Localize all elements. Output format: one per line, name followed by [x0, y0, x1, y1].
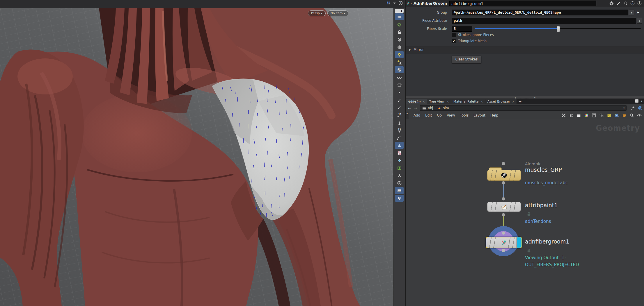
toolbar-point-number-icon[interactable]: 12 [395, 112, 404, 119]
node-input-dot[interactable] [502, 232, 505, 235]
node-name-label[interactable]: adnfibergroom1 [525, 238, 569, 245]
node-attribpaint1[interactable] [487, 202, 521, 212]
menu-help[interactable]: Help [490, 113, 498, 117]
toolbar-particle-diamond-icon[interactable] [395, 157, 404, 164]
info-icon[interactable]: i [630, 1, 635, 6]
camera-select-button[interactable]: No cam▾ [327, 10, 349, 16]
toolbar-smooth-shade-icon[interactable] [395, 66, 404, 73]
toolbar-vertex-marker-icon[interactable] [395, 104, 404, 111]
radial-menu-icon[interactable] [638, 106, 643, 110]
toolbar-point-marker-icon[interactable] [395, 89, 404, 96]
perspective-view-button[interactable]: Persp▾ [308, 10, 326, 16]
brush-icon[interactable] [616, 1, 621, 6]
toolbar-ghost-geometry-icon[interactable] [395, 81, 404, 88]
gallery-basket-icon[interactable] [622, 113, 627, 118]
subnet-boxes-icon[interactable] [599, 113, 604, 118]
toolbar-axis-icon[interactable] [395, 172, 404, 179]
node-name-label[interactable]: muscles_GRP [525, 167, 562, 173]
toolbar-snapshot-icon[interactable] [395, 187, 404, 194]
menu-tools[interactable]: Tools [460, 113, 469, 117]
toolbar-headlight-icon[interactable] [395, 59, 404, 66]
fibers-scale-input[interactable]: 5 [452, 26, 472, 32]
background-image-icon[interactable] [614, 113, 619, 118]
menu-layout[interactable]: Layout [473, 113, 485, 117]
breadcrumb-sim[interactable]: sim [443, 106, 449, 110]
new-tab-button[interactable]: + [517, 99, 523, 104]
toolbar-group-list-icon[interactable] [395, 180, 404, 187]
menu-go[interactable]: Go [437, 113, 442, 117]
layout-grid-icon[interactable] [592, 113, 596, 118]
node-output-dot[interactable] [502, 213, 505, 216]
back-button[interactable]: ← [408, 106, 411, 110]
toolbar-texture-checker-icon[interactable] [395, 149, 404, 156]
menu-edit[interactable]: Edit [425, 113, 432, 117]
menu-add[interactable]: Add [414, 113, 420, 117]
pin-pane-icon[interactable] [631, 106, 635, 110]
menubar-collapse-handle[interactable]: ▲ [406, 112, 409, 119]
list-icon[interactable] [576, 113, 581, 118]
path-breadcrumb-field[interactable]: obj › sim ▾ [420, 105, 627, 111]
node-output-dot[interactable] [502, 249, 505, 252]
toolbar-prim-normal-icon[interactable] [395, 119, 404, 126]
tab-close-icon[interactable]: × [480, 100, 483, 103]
pane-tab-asset-browser[interactable]: Asset Browser× [485, 99, 517, 104]
chevron-down-icon[interactable]: ▾ [623, 107, 625, 110]
tab-close-icon[interactable]: × [423, 100, 425, 103]
toolbar-material-sphere-icon[interactable] [395, 44, 404, 51]
maximize-pane-icon[interactable] [635, 99, 638, 103]
slider-handle[interactable] [557, 26, 560, 32]
divider-grip-icon[interactable] [520, 97, 530, 99]
piece-attribute-input[interactable]: path [452, 18, 636, 24]
search-icon[interactable] [623, 1, 628, 6]
toolbar-point-normal-icon[interactable] [395, 96, 404, 103]
gear-icon[interactable] [609, 1, 614, 6]
display-flag[interactable] [517, 237, 521, 248]
menu-view[interactable]: View [447, 113, 455, 117]
network-editor[interactable]: Geometry Alembic muscles_GRP muscles_mod… [406, 119, 644, 306]
breadcrumb-obj[interactable]: obj [428, 106, 433, 110]
chevron-down-icon[interactable] [392, 1, 397, 5]
strokes-ignore-pieces-checkbox[interactable] [452, 33, 456, 37]
forward-button[interactable]: → [414, 106, 417, 110]
tools-icon[interactable] [561, 113, 566, 118]
toolbar-prim-number-icon[interactable]: 12 [395, 127, 404, 134]
toolbar-camera-pin-icon[interactable] [395, 195, 404, 202]
group-pick-arrow-button[interactable]: ➤ [635, 10, 641, 15]
group-input[interactable]: @path=/muscles_GRP/L_deltoid_GEO/L_delto… [452, 10, 628, 15]
color-palette-icon[interactable] [584, 113, 589, 118]
piece-attribute-dropdown-button[interactable]: ▾ [637, 18, 642, 24]
toolbar-high-quality-light-icon[interactable] [395, 51, 404, 58]
node-input-dot[interactable] [502, 162, 505, 165]
toolbar-xray-icon[interactable] [395, 74, 404, 81]
tab-close-icon[interactable]: × [447, 100, 449, 103]
help-icon[interactable]: ? [637, 1, 642, 6]
pane-tab--obj-sim[interactable]: /obj/sim× [406, 99, 427, 104]
node-output-dot[interactable] [502, 181, 505, 185]
node-name-label[interactable]: attribpaint1 [525, 202, 558, 208]
fibers-scale-slider[interactable] [475, 26, 641, 32]
pane-layout-icon[interactable] [386, 1, 391, 5]
group-dropdown-button[interactable]: ▾ [629, 10, 634, 15]
search-icon[interactable] [629, 113, 634, 118]
node-name-input[interactable]: adnfibergroom1 [449, 1, 596, 6]
help-icon[interactable]: ? [398, 1, 403, 5]
toolbar-curve-hull-icon[interactable] [395, 134, 404, 141]
triangulate-mesh-checkbox[interactable]: ✔ [452, 39, 456, 43]
toolbar-shaded-mode-icon[interactable] [395, 142, 404, 149]
visibility-eye-icon[interactable] [637, 113, 642, 118]
node-muscles-grp[interactable] [487, 170, 521, 181]
toolbar-light-off-icon[interactable] [395, 36, 404, 43]
tree-list-icon[interactable] [569, 113, 574, 118]
chevron-down-icon[interactable]: ▾ [641, 100, 642, 103]
pane-tab-tree-view[interactable]: Tree View× [427, 99, 451, 104]
node-adnfibergroom1-selected[interactable] [486, 237, 522, 248]
clear-strokes-button[interactable]: Clear Strokes [452, 56, 481, 63]
toolbar-uv-grid-icon[interactable] [395, 164, 404, 171]
sticky-note-icon[interactable] [607, 113, 611, 118]
mirror-section-header[interactable]: ▶ Mirror [406, 46, 644, 53]
adnfibergroom-node-icon[interactable] [406, 1, 410, 6]
node-input-dot[interactable] [502, 197, 505, 201]
tab-close-icon[interactable]: × [512, 100, 515, 103]
pane-tab-material-palette[interactable]: Material Palette× [451, 99, 485, 104]
3d-viewport[interactable]: Persp▾ No cam▾ [0, 8, 393, 306]
